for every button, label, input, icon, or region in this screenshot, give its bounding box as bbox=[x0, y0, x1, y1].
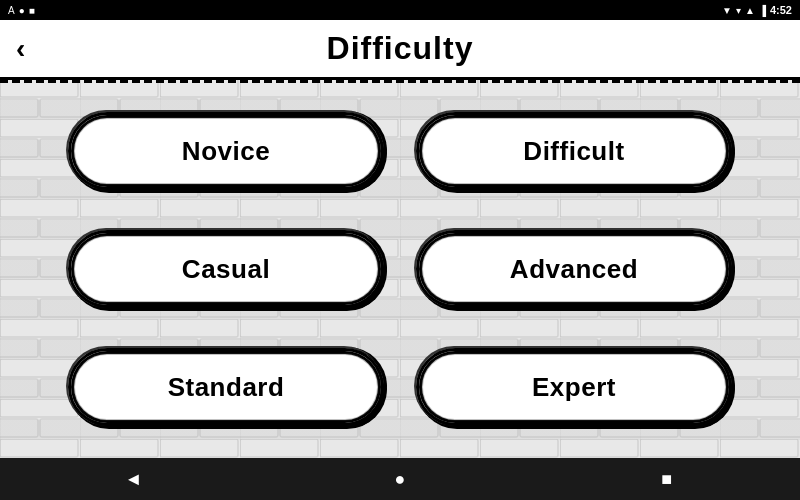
nav-bar: ◄ ● ■ bbox=[0, 458, 800, 500]
header: ‹ Difficulty bbox=[0, 20, 800, 80]
back-button[interactable]: ‹ bbox=[16, 35, 25, 63]
status-icon-square: ■ bbox=[29, 5, 35, 16]
status-left-icons: A ● ■ bbox=[8, 5, 35, 16]
status-right-icons: ▼ ▾ ▲ ▐ 4:52 bbox=[722, 4, 792, 16]
nav-back-button[interactable]: ◄ bbox=[113, 459, 153, 499]
casual-button[interactable]: Casual bbox=[71, 233, 381, 305]
status-bar: A ● ■ ▼ ▾ ▲ ▐ 4:52 bbox=[0, 0, 800, 20]
standard-button[interactable]: Standard bbox=[71, 351, 381, 423]
status-time: 4:52 bbox=[770, 4, 792, 16]
status-icon-a: A bbox=[8, 5, 15, 16]
battery-icon: ▐ bbox=[759, 5, 766, 16]
signal-icon: ▲ bbox=[745, 5, 755, 16]
location-icon: ▼ bbox=[722, 5, 732, 16]
difficulty-grid: Novice Difficult Casual Advanced Standar… bbox=[0, 80, 800, 458]
nav-home-button[interactable]: ● bbox=[380, 459, 420, 499]
expert-button[interactable]: Expert bbox=[419, 351, 729, 423]
advanced-button[interactable]: Advanced bbox=[419, 233, 729, 305]
nav-recent-button[interactable]: ■ bbox=[647, 459, 687, 499]
wifi-icon: ▾ bbox=[736, 5, 741, 16]
status-icon-dot: ● bbox=[19, 5, 25, 16]
page-title: Difficulty bbox=[327, 30, 474, 67]
novice-button[interactable]: Novice bbox=[71, 115, 381, 187]
difficult-button[interactable]: Difficult bbox=[419, 115, 729, 187]
